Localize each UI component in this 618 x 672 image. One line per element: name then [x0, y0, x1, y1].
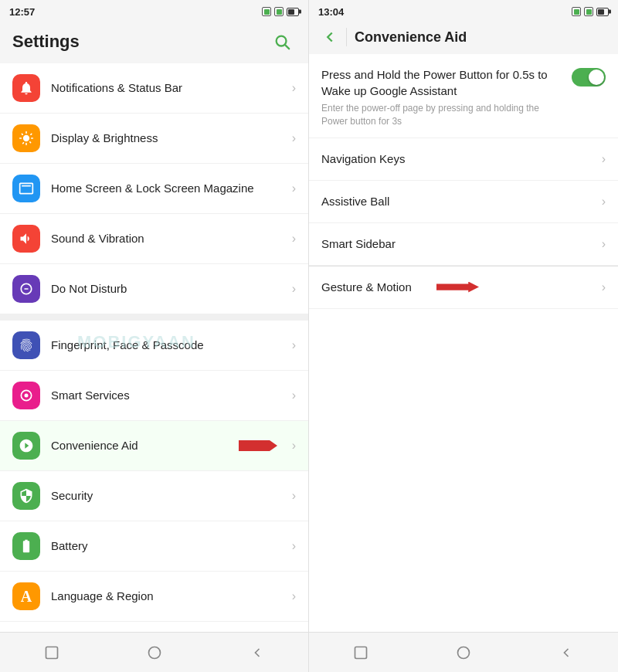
svg-rect-2 — [22, 185, 31, 187]
chevron-icon: › — [292, 389, 296, 402]
chevron-icon: › — [292, 182, 296, 195]
settings-item-language[interactable]: A Language & Region › — [0, 572, 308, 622]
search-button[interactable] — [268, 28, 296, 56]
toggle-text-block: Press and Hold the Power Button for 0.5s… — [321, 66, 562, 128]
nav-square-button[interactable] — [36, 637, 67, 668]
assistiveball-label: Assistive Ball — [321, 195, 602, 208]
homescreen-icon — [12, 175, 40, 202]
nav-bar-left — [0, 632, 308, 672]
toggle-row: Press and Hold the Power Button for 0.5s… — [321, 66, 606, 128]
security-label: Security — [51, 488, 292, 504]
display-label: Display & Brightness — [51, 131, 292, 146]
status-bar-left: 12:57 — [0, 0, 308, 22]
chevron-icon: › — [292, 282, 296, 296]
svg-rect-7 — [355, 647, 366, 658]
donotdisturb-icon — [12, 275, 40, 303]
divider — [0, 314, 308, 321]
time-left: 12:57 — [9, 6, 35, 18]
convenience-aid-title: Convenience Aid — [355, 29, 467, 46]
fingerprint-icon — [12, 331, 40, 359]
notifications-icon — [12, 74, 40, 102]
svg-point-4 — [25, 394, 29, 398]
signal-icon-right — [584, 7, 593, 16]
back-button[interactable] — [321, 29, 338, 46]
homescreen-label: Home Screen & Lock Screen Magazine — [51, 181, 292, 196]
settings-item-sound[interactable]: Sound & Vibration › — [0, 214, 308, 264]
status-icons-right — [572, 7, 609, 16]
red-arrow-indicator-right — [436, 282, 479, 293]
security-icon — [12, 482, 40, 510]
header-divider — [346, 28, 347, 46]
svg-point-8 — [457, 647, 469, 658]
battery-label: Battery — [51, 538, 292, 554]
svg-line-1 — [286, 46, 290, 49]
toggle-sub-text: Enter the power-off page by pressing and… — [321, 102, 562, 128]
chevron-icon: › — [292, 489, 296, 503]
settings-item-additional[interactable]: Additional Settings › — [0, 622, 308, 632]
chevron-icon: › — [602, 195, 606, 209]
svg-rect-5 — [46, 647, 57, 658]
settings-item-security[interactable]: Security › — [0, 471, 308, 521]
notification-icon — [262, 7, 271, 16]
smartservices-icon — [12, 382, 40, 409]
header-left: Settings — [0, 22, 308, 63]
chevron-icon: › — [292, 589, 296, 603]
chevron-icon: › — [292, 232, 296, 246]
toggle-section: Press and Hold the Power Button for 0.5s… — [309, 54, 618, 138]
svg-point-0 — [277, 36, 287, 46]
smartservices-label: Smart Services — [51, 388, 292, 403]
left-panel: 12:57 Settings — [0, 0, 309, 672]
settings-item-notifications[interactable]: Notifications & Status Bar › — [0, 63, 308, 114]
right-menu-item-assistiveball[interactable]: Assistive Ball › — [309, 181, 618, 223]
svg-point-6 — [148, 647, 160, 658]
right-content: Press and Hold the Power Button for 0.5s… — [309, 54, 618, 632]
nav-circle-button[interactable] — [139, 637, 170, 668]
right-menu-item-navkeys[interactable]: Navigation Keys › — [309, 138, 618, 181]
notification-icon-right — [572, 7, 581, 16]
fingerprint-label: Fingerprint, Face & Passcode — [51, 338, 292, 353]
sound-label: Sound & Vibration — [51, 231, 292, 246]
settings-list: Notifications & Status Bar › Display & B… — [0, 63, 308, 632]
chevron-icon: › — [602, 280, 606, 294]
chevron-icon: › — [292, 338, 296, 352]
red-arrow-indicator-left — [239, 440, 277, 451]
settings-item-fingerprint[interactable]: Fingerprint, Face & Passcode › — [0, 321, 308, 371]
chevron-icon: › — [602, 152, 606, 166]
nav-back-button-right[interactable] — [551, 637, 582, 668]
settings-item-donotdisturb[interactable]: Do Not Disturb › — [0, 264, 308, 314]
settings-item-convenienceaid[interactable]: Convenience Aid › — [0, 421, 308, 471]
display-icon — [12, 124, 40, 152]
battery-icon — [12, 532, 40, 560]
chevron-icon: › — [292, 539, 296, 553]
right-menu-item-gesturemotion[interactable]: Gesture & Motion › — [309, 266, 618, 309]
nav-back-button[interactable] — [242, 637, 273, 668]
right-panel: 13:04 Convenience Aid Press and Hold t — [309, 0, 618, 672]
language-label: Language & Region — [51, 589, 292, 604]
signal-icon — [274, 7, 284, 16]
chevron-icon: › — [292, 131, 296, 145]
donotdisturb-label: Do Not Disturb — [51, 281, 292, 297]
settings-item-homescreen[interactable]: Home Screen & Lock Screen Magazine › — [0, 164, 308, 214]
language-icon: A — [12, 582, 40, 610]
battery-icon-right — [596, 8, 609, 16]
google-assistant-toggle[interactable] — [572, 68, 606, 87]
toggle-knob — [589, 70, 604, 85]
chevron-icon: › — [292, 439, 296, 453]
nav-circle-button-right[interactable] — [448, 637, 479, 668]
time-right: 13:04 — [318, 6, 344, 18]
nav-bar-right — [309, 632, 618, 672]
smartsidebar-label: Smart Sidebar — [321, 237, 602, 250]
settings-item-display[interactable]: Display & Brightness › — [0, 114, 308, 164]
status-icons-left — [262, 7, 299, 16]
settings-title: Settings — [12, 32, 80, 52]
battery-icon-left — [287, 8, 299, 16]
toggle-main-text: Press and Hold the Power Button for 0.5s… — [321, 66, 562, 99]
convenienceaid-icon — [12, 432, 40, 460]
settings-item-smartservices[interactable]: Smart Services › — [0, 371, 308, 421]
chevron-icon: › — [292, 81, 296, 95]
header-right: Convenience Aid — [309, 22, 618, 54]
right-menu-item-smartsidebar[interactable]: Smart Sidebar › — [309, 223, 618, 266]
settings-item-battery[interactable]: Battery › — [0, 521, 308, 572]
nav-square-button-right[interactable] — [345, 637, 376, 668]
sound-icon — [12, 225, 40, 253]
